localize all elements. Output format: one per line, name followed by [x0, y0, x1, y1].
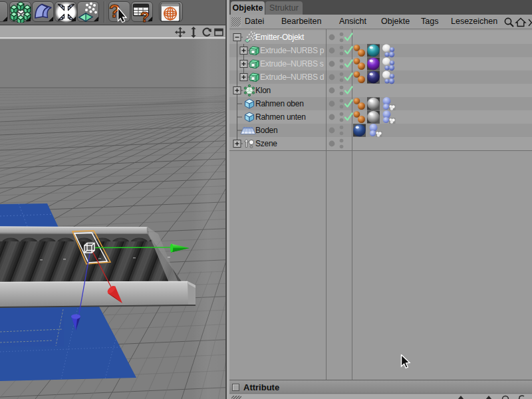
svg-text:?: ? [140, 9, 149, 23]
